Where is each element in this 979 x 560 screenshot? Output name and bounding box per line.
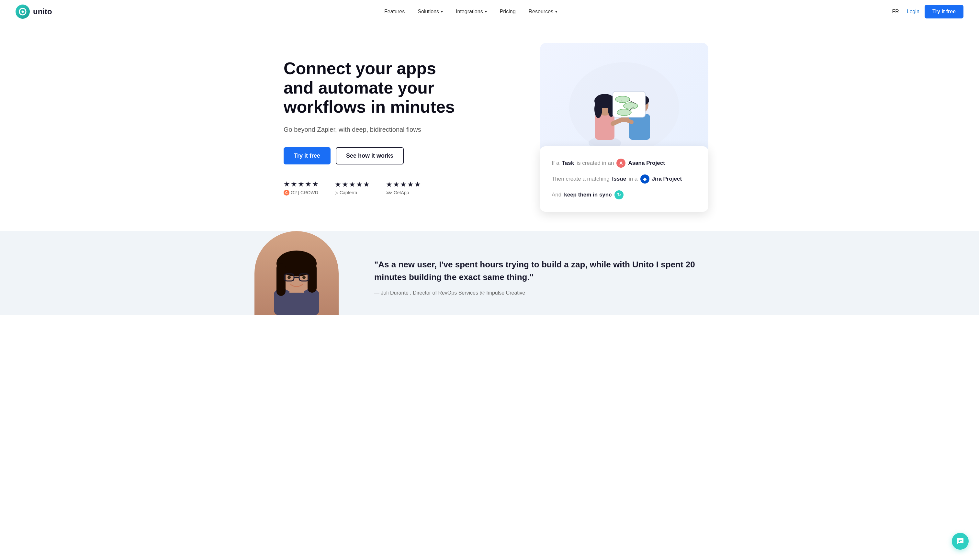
hero-title: Connect your apps and automate your work…	[284, 59, 465, 117]
hero-subtitle: Go beyond Zapier, with deep, bidirection…	[284, 125, 465, 134]
svg-rect-8	[629, 114, 650, 140]
getapp-logo: ⋙ GetApp	[386, 190, 409, 195]
hero-right: → ↔ → If a Task is created in an A Asana…	[540, 43, 708, 212]
svg-text:→: →	[615, 111, 618, 113]
logo-icon	[15, 5, 30, 19]
logo[interactable]: unito	[15, 5, 52, 19]
svg-text:→: →	[615, 98, 618, 101]
row2-bold: Issue	[612, 176, 626, 182]
capterra-logo: ▷ Capterra	[335, 190, 357, 195]
nav-resources[interactable]: Resources	[524, 6, 562, 17]
row1-suffix: is created in an	[577, 160, 614, 167]
svg-text:↔: ↔	[615, 105, 618, 107]
svg-point-0	[22, 10, 24, 13]
nav-integrations[interactable]: Integrations	[451, 6, 492, 17]
g2-icon: G	[284, 190, 289, 195]
rating-g2: ★★★★★ G G2 | CROWD	[284, 180, 319, 195]
testimonial-section: "As a new user, I've spent hours trying …	[0, 231, 979, 315]
language-switch[interactable]: FR	[889, 6, 901, 17]
testimonial-avatar-container	[245, 231, 349, 315]
logo-wordmark: unito	[33, 7, 52, 16]
svg-point-15	[617, 109, 631, 115]
svg-point-29	[302, 276, 305, 279]
nav-pricing[interactable]: Pricing	[495, 6, 521, 17]
testimonial-author: — Juli Durante , Director of RevOps Serv…	[374, 290, 708, 296]
row2-app: Jira Project	[652, 176, 682, 182]
testimonial-content: "As a new user, I've spent hours trying …	[349, 239, 734, 315]
capterra-stars: ★★★★★	[335, 180, 370, 189]
rating-capterra: ★★★★★ ▷ Capterra	[335, 180, 370, 195]
row2-prefix: Then create a matching	[552, 176, 610, 182]
testimonial-quote: "As a new user, I've spent hours trying …	[374, 258, 708, 283]
nav-features[interactable]: Features	[379, 6, 410, 17]
rating-getapp: ★★★★★ ⋙ GetApp	[386, 180, 422, 195]
workflow-row-2: Then create a matching Issue in a ◆ Jira…	[552, 171, 697, 187]
see-how-button[interactable]: See how it works	[336, 147, 404, 165]
g2-logo: G G2 | CROWD	[284, 190, 318, 195]
row2-suffix: in a	[629, 176, 637, 182]
sync-icon: ↻	[614, 190, 624, 199]
row1-prefix: If a	[552, 160, 559, 167]
asana-icon: A	[616, 158, 625, 168]
row3-prefix: And	[552, 192, 561, 198]
svg-point-6	[594, 100, 602, 118]
svg-point-28	[287, 276, 291, 279]
hero-section: Connect your apps and automate your work…	[245, 23, 734, 231]
jira-icon: ◆	[640, 175, 649, 183]
nav-links: Features Solutions Integrations Pricing …	[379, 6, 562, 17]
row1-app: Asana Project	[628, 160, 665, 167]
nav-actions: FR Login Try it free	[889, 5, 964, 18]
workflow-row-3: And keep them in sync ↻	[552, 187, 697, 203]
g2-stars: ★★★★★	[284, 180, 319, 188]
svg-point-14	[624, 103, 638, 109]
testimonial-inner: "As a new user, I've spent hours trying …	[245, 231, 734, 315]
ratings: ★★★★★ G G2 | CROWD ★★★★★ ▷ Capterra ★★★★…	[284, 180, 465, 195]
hero-illustration: → ↔ →	[540, 43, 708, 153]
workflow-card: If a Task is created in an A Asana Proje…	[540, 146, 708, 212]
try-free-button-hero[interactable]: Try it free	[284, 147, 330, 165]
nav-solutions[interactable]: Solutions	[412, 6, 448, 17]
row3-bold: keep them in sync	[564, 192, 612, 198]
row1-bold: Task	[562, 160, 574, 167]
workflow-row-1: If a Task is created in an A Asana Proje…	[552, 155, 697, 171]
try-free-button-nav[interactable]: Try it free	[925, 5, 964, 18]
getapp-stars: ★★★★★	[386, 180, 422, 189]
login-link[interactable]: Login	[907, 9, 919, 15]
navbar: unito Features Solutions Integrations Pr…	[0, 0, 979, 23]
hero-left: Connect your apps and automate your work…	[284, 59, 465, 195]
hero-buttons: Try it free See how it works	[284, 147, 465, 165]
